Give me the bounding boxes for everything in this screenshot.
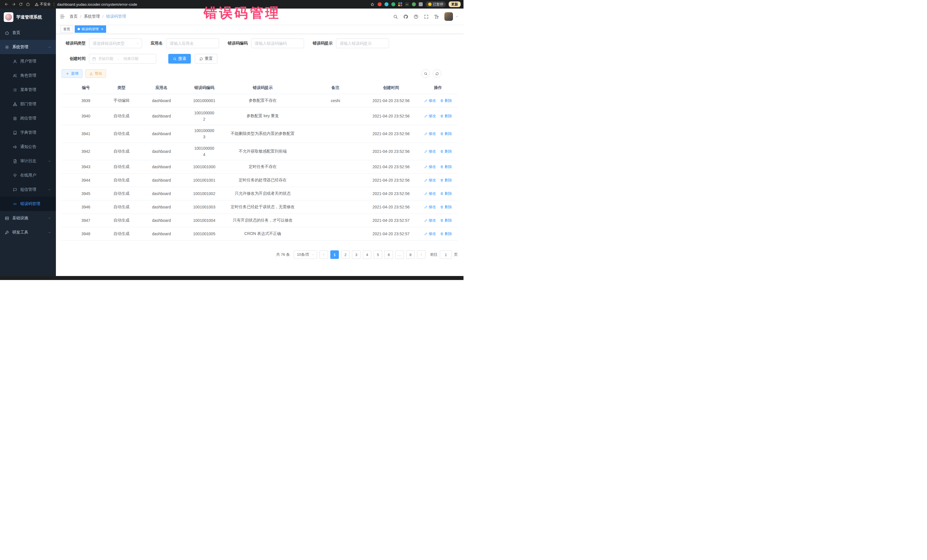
page-button[interactable]: 2 — [341, 250, 350, 259]
view-tab[interactable]: 错误码管理× — [75, 25, 106, 33]
sidebar-item[interactable]: 在线用户 — [0, 168, 56, 182]
github-icon[interactable] — [403, 14, 408, 19]
cell-id: 3946 — [62, 202, 110, 212]
delete-link[interactable]: 删除 — [440, 98, 452, 103]
edit-link[interactable]: 修改 — [424, 231, 436, 237]
sidebar-item[interactable]: 通知公告 — [0, 140, 56, 154]
sidebar-item[interactable]: 审计日志 — [0, 154, 56, 168]
delete-link[interactable]: 删除 — [440, 218, 452, 223]
page-button[interactable]: 1 — [330, 250, 339, 259]
delete-link[interactable]: 删除 — [440, 131, 452, 136]
chevron-down-icon[interactable] — [456, 15, 458, 18]
back-icon[interactable] — [3, 1, 10, 8]
font-size-icon[interactable] — [434, 14, 439, 19]
edit-link[interactable]: 修改 — [424, 131, 436, 136]
sidebar-item[interactable]: 系统管理 — [0, 40, 56, 54]
filter-select[interactable] — [89, 38, 142, 48]
sidebar-item[interactable]: 部门管理 — [0, 97, 56, 111]
page-button[interactable]: 3 — [352, 250, 360, 259]
extension-icon[interactable] — [398, 2, 402, 6]
delete-link[interactable]: 删除 — [440, 231, 452, 237]
extension-icon[interactable] — [378, 2, 381, 6]
edit-link[interactable]: 修改 — [424, 114, 436, 118]
bookmark-star-icon[interactable] — [370, 2, 375, 7]
show-search-button[interactable] — [421, 69, 430, 78]
sidebar-item[interactable]: 研发工具 — [0, 225, 56, 240]
extension-icon[interactable]: on — [405, 2, 409, 6]
sidebar-item[interactable]: 基础设施 — [0, 211, 56, 225]
hamburger-icon[interactable] — [60, 14, 65, 19]
filter-input[interactable] — [336, 38, 389, 48]
sidebar-item[interactable]: 首页 — [0, 26, 56, 40]
delete-link[interactable]: 删除 — [440, 191, 452, 196]
sidebar-item[interactable]: 岗位管理 — [0, 111, 56, 126]
prev-page-button[interactable] — [319, 250, 328, 259]
breadcrumb-item[interactable]: 首页 — [70, 14, 78, 19]
sidebar-item[interactable]: 用户管理 — [0, 54, 56, 68]
edit-link[interactable]: 修改 — [424, 178, 436, 183]
extension-icon[interactable] — [384, 2, 389, 6]
search-button[interactable]: 搜索 — [168, 54, 191, 64]
address-bar[interactable]: dashboard.yudao.iocoder.cn/system/error-… — [57, 2, 137, 6]
help-icon[interactable] — [413, 14, 418, 19]
sidebar-item[interactable]: 菜单管理 — [0, 83, 56, 97]
extension-icon[interactable] — [391, 2, 395, 6]
edit-link[interactable]: 修改 — [424, 218, 436, 223]
date-range-picker[interactable]: 开始日期 - 结束日期 — [89, 54, 156, 64]
add-button[interactable]: 新增 — [62, 69, 82, 78]
dept-icon — [13, 102, 17, 106]
edit-link[interactable]: 修改 — [424, 149, 436, 154]
next-page-button[interactable] — [417, 250, 426, 259]
edit-link[interactable]: 修改 — [424, 164, 436, 169]
page-button[interactable]: 4 — [363, 250, 371, 259]
text-field[interactable] — [336, 38, 389, 48]
browser-home-icon[interactable] — [24, 1, 31, 8]
export-button[interactable]: 导出 — [85, 69, 106, 78]
edit-link[interactable]: 修改 — [424, 191, 436, 196]
delete-link[interactable]: 删除 — [440, 205, 452, 209]
refresh-table-button[interactable] — [433, 69, 441, 78]
page-button[interactable]: 5 — [374, 250, 382, 259]
page-button[interactable]: 8 — [406, 250, 415, 259]
goto-page-input[interactable] — [440, 250, 452, 259]
edit-link[interactable]: 修改 — [424, 98, 436, 103]
filter-input[interactable] — [166, 38, 219, 48]
delete-link[interactable]: 删除 — [440, 114, 452, 118]
profile-chip[interactable]: 已暂停 — [426, 2, 446, 7]
sidebar-item[interactable]: 字典管理 — [0, 126, 56, 140]
delete-label: 删除 — [445, 131, 452, 136]
delete-label: 删除 — [445, 178, 452, 183]
cell-type: 自动生成 — [110, 162, 133, 171]
filter-input[interactable] — [251, 38, 304, 48]
sidebar-item[interactable]: 短信管理 — [0, 182, 56, 197]
user-avatar[interactable] — [444, 12, 453, 21]
security-indicator[interactable]: 不安全 — [35, 2, 51, 7]
extensions-puzzle-icon[interactable] — [419, 2, 423, 6]
search-icon — [173, 57, 176, 61]
forward-icon[interactable] — [10, 1, 17, 8]
reload-icon[interactable] — [17, 1, 24, 8]
edit-link[interactable]: 修改 — [424, 205, 436, 209]
view-tab[interactable]: 首页 — [61, 25, 73, 33]
page-size-select[interactable]: 10条/页 — [294, 250, 317, 259]
browser-update-button[interactable]: 更新 — [449, 2, 460, 7]
page-button[interactable]: 6 — [384, 250, 393, 259]
search-icon[interactable] — [393, 14, 398, 19]
more-pages-button[interactable]: ... — [395, 250, 404, 259]
text-field[interactable] — [166, 38, 219, 48]
close-icon[interactable]: × — [101, 27, 103, 31]
delete-link[interactable]: 删除 — [440, 164, 452, 169]
reset-button[interactable]: 重置 — [195, 54, 217, 64]
sidebar-item[interactable]: 角色管理 — [0, 68, 56, 83]
fullscreen-icon[interactable] — [424, 14, 429, 19]
date-separator: - — [118, 57, 119, 61]
extension-icon[interactable] — [412, 2, 416, 6]
select-field[interactable] — [89, 38, 142, 48]
delete-link[interactable]: 删除 — [440, 178, 452, 183]
app-logo[interactable]: 芋道管理系统 — [0, 9, 56, 26]
text-field[interactable] — [251, 38, 304, 48]
delete-link[interactable]: 删除 — [440, 149, 452, 154]
breadcrumb-item[interactable]: 系统管理 — [84, 14, 100, 19]
sidebar-item[interactable]: 错误码管理 — [0, 197, 56, 211]
sidebar: 芋道管理系统 首页系统管理用户管理角色管理菜单管理部门管理岗位管理字典管理通知公… — [0, 9, 56, 280]
